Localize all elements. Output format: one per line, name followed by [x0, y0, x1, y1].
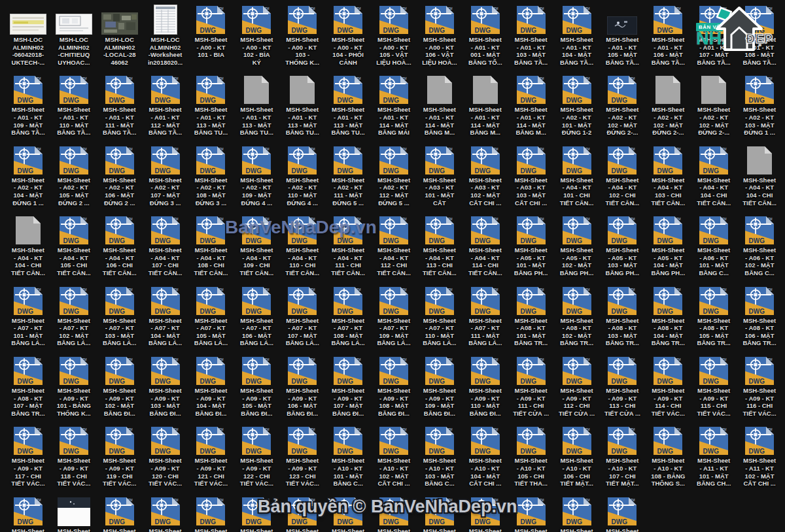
file-item[interactable]: DWG TM MSH-Sheet- A09 - KT115 - CHITIẾT … [691, 352, 737, 422]
file-item[interactable]: DWG TM MSH-Sheet- A04 - KT101 - CHITIẾT … [554, 142, 600, 212]
file-item[interactable]: DWG TM MSH-Sheet- A01 - KT110 - MẶTBẰNG … [51, 71, 97, 141]
file-item[interactable]: MSH-Sheet- A04 - KT104 - CHITIẾT CĂN... [5, 212, 51, 282]
file-item[interactable]: DWG TM MSH-Sheet- A04 - KT103 - CHITIẾT … [645, 142, 691, 212]
file-item[interactable]: DWG TM MSH-Sheet- A02 - KT102 - MẶTĐỨNG … [599, 71, 645, 141]
file-item[interactable]: DWG TM MSH-Sheet [554, 493, 600, 532]
file-item[interactable]: DWG TM MSH-Sheet- A08 - KT103 - MẶTBẰNG … [599, 282, 645, 352]
file-item[interactable]: DWG TM MSH-Sheet- A07 - KT104 - MẶTBẰNG … [143, 282, 188, 352]
file-item[interactable]: DWG TM MSH-Sheet- A02 - KT105 - MẶTĐỨNG … [51, 142, 97, 212]
file-item[interactable]: DWG TM MSH-Sheet- A10 - KT106 - CHITIẾT … [554, 422, 600, 492]
file-item[interactable]: DWG TM MSH-Sheet- A00 - KT101 - BIA [188, 1, 234, 71]
file-item[interactable]: DWG TM MSH-Sheet- A03 - KT103 - MẶTCẮT C… [508, 142, 554, 212]
file-item[interactable]: DWG TM MSH-Sheet- A09 - KT114 - CHITIẾT … [645, 352, 691, 422]
file-item[interactable]: MSH-Sheet- A01 - KT105 - MẶTBẰNG TẦ... [599, 1, 645, 71]
file-item[interactable]: DWG TM MSH-Sheet- A01 - KT106 - MẶTBẰNG … [645, 1, 691, 71]
file-item[interactable]: MSH-Sheet- A01 - KT114 - MẶTBẰNG M... [417, 71, 462, 141]
file-item[interactable]: MSH-Sheet- A02 - KT102 - MẶTĐỨNG 2-... [691, 71, 737, 141]
file-item[interactable]: DWG TM MSH-Sheet- A09 - KT113 - CHITIẾT … [599, 352, 645, 422]
file-item[interactable]: MSH-Sheet- A04 - KT104 - CHITIẾT CĂN... [737, 142, 782, 212]
file-item[interactable]: DWG TM MSH-Sheet- A08 - KT105 - MẶTBẰNG … [691, 282, 737, 352]
file-item[interactable]: DWG TM MSH-Sheet- A09 - KT103 - MẶTBẰNG … [143, 352, 188, 422]
file-item[interactable]: DWG TM MSH-Sheet- A02 - KT112 - MẶTĐỨNG … [371, 142, 417, 212]
file-item[interactable]: DWG TM MSH-Sheet- A02 - KT104 - MẶTĐỨNG … [5, 142, 51, 212]
file-item[interactable]: MSH-LOCALMINH02-06042018-UKTECH-... [5, 1, 51, 71]
file-item[interactable]: DWG TM MSH-Sheet- A04 - KT104 - CHITIẾT … [691, 142, 737, 212]
file-item[interactable]: DWG TM MSH-Sheet- A02 - KT111 - MẶTĐỨNG … [325, 142, 371, 212]
file-item[interactable]: DWG TM MSH-Sheet- A04 - KT112 - CHITIẾT … [371, 212, 417, 282]
file-item[interactable]: DWG TM MSH-Sheet- A09 - KT117 - CHITIẾT … [5, 422, 51, 492]
file-item[interactable]: DWG TM MSH-Sheet- A10 - KT105 - CHITIẾT … [508, 422, 554, 492]
file-item[interactable]: DWG TM MSH-Sheet- A07 - KT109 - MẶTBẰNG … [371, 282, 417, 352]
file-item[interactable]: MSH-Sheet- A01 - KT114 - MẶTBẰNG M... [462, 71, 508, 141]
file-item[interactable]: DWG TM MSH-Sheet- A03 - KT102 - MẶTCẮT C… [462, 142, 508, 212]
file-item[interactable]: DWG TM MSH-Sheet- A06 - KT101 - MẶTBẰNG … [691, 212, 737, 282]
file-item[interactable]: DWG TM MSH-Sheet- A09 - KT116 - CHITIẾT … [737, 352, 782, 422]
file-item[interactable]: DWG TM MSH-Sheet- A01 - KT112 - MẶTBẰNG … [143, 71, 188, 141]
file-item[interactable]: DWG TM MSH-Sheet- A09 - KT109 - MẶTBẰNG … [417, 352, 462, 422]
file-item[interactable]: DWG TM MSH-Sheet- A01 - KT104 - MẶTBẰNG … [554, 1, 600, 71]
file-item[interactable]: DWG TM MSH-Sheet- A09 - KT110 - MẶTBẰNG … [462, 352, 508, 422]
file-item[interactable]: DWG TM MSH-Sheet- A10 - KT104 - MẶTCẮT C… [462, 422, 508, 492]
file-item[interactable]: MSH-LOCALMINH02-LOCAL-2846062 [97, 1, 143, 71]
file-item[interactable]: DWG TM MSH-Sheet- A09 - KT106 - MẶTBẰNG … [279, 352, 325, 422]
file-item[interactable]: DWG TM MSH-Sheet- A04 - KT102 - CHITIẾT … [599, 142, 645, 212]
file-item[interactable]: DWG TM MSH-Sheet- A09 - KT119 - CHITIẾT … [97, 422, 143, 492]
file-item[interactable]: DWG TM MSH-Sheet- A11 - KT101 - MẶTBẰNG … [691, 422, 737, 492]
file-item[interactable]: DWG TM MSH-Sheet- A10 - KT103 - MẶTBẰNG … [417, 422, 462, 492]
file-item[interactable]: DWG TM MSH-Sheet- A09 - KT108 - MẶTBẰNG … [371, 352, 417, 422]
file-item[interactable]: DWG TM MSH-Sheet- A05 - KT104 - MẶTBẰNG … [645, 212, 691, 282]
file-item[interactable]: DWG TM MSH-Sheet- A06 - KT102 - MẶTBẰNG … [737, 212, 782, 282]
file-item[interactable]: DWG TM MSH-Sheet- A01 - KT113 - MẶTBẰNG … [325, 71, 371, 141]
file-item[interactable]: DWG TM MSH-Sheet- A02 - KT109 - MẶTĐỨNG … [234, 142, 279, 212]
file-item[interactable]: MSH-Sheet- A01 - KT113 - MẶTBẰNG TU... [279, 71, 325, 141]
file-item[interactable]: DWG TM MSH-Sheet- A02 - KT103 - MẶTĐỨNG … [737, 71, 782, 141]
file-item[interactable]: DWG TM MSH-Sheet- A09 - KT107 - MẶTBẰNG … [325, 352, 371, 422]
file-item[interactable]: DWG TM MSH-Sheet- A09 - KT123 - CHITIẾT … [279, 422, 325, 492]
file-item[interactable]: DWG TM MSH-Sheet- A10 - KT108 - BẢNGTHÔN… [645, 422, 691, 492]
file-item[interactable]: DWG TM MSH-Sheet- A02 - KT107 - MẶTĐỨNG … [143, 142, 188, 212]
file-item[interactable]: DWG TM MSH-Sheet- A01 - KT113 - MẶTBẰNG … [188, 71, 234, 141]
file-item[interactable]: DWG TM MSH-Sheet- A02 - KT110 - MẶTĐỨNG … [279, 142, 325, 212]
file-item[interactable]: DWG TM MSH-Sheet- A07 - KT106 - MẶTBẰNG … [234, 282, 279, 352]
file-item[interactable]: DWG TM MSH-Sheet- A07 - KT110 - MẶTBẰNG … [417, 282, 462, 352]
file-item[interactable]: DWG TM MSH-Sheet [599, 493, 645, 532]
file-item[interactable]: DWG TM MSH-Sheet- A00 - KT106 - VẬTLIỆU … [417, 1, 462, 71]
file-item[interactable]: DWG TM MSH-Sheet- A09 - KT111 - CHITIẾT … [508, 352, 554, 422]
file-item[interactable]: DWG TM MSH-Sheet [188, 493, 234, 532]
file-item[interactable]: DWG TM MSH-Sheet- A10 - KT102 - MẶTCẮT C… [371, 422, 417, 492]
file-item[interactable]: DWG TM MSH-Sheet- A03 - KT101 - MẶTCẮT [417, 142, 462, 212]
file-item[interactable]: DWG TM MSH-Sheet- A07 - KT101 - MẶTBẰNG … [5, 282, 51, 352]
file-item[interactable]: DWG TM MSH-Sheet- A01 - KT103 - MẶTBẰNG … [508, 1, 554, 71]
file-item[interactable]: DWG TM MSH-Sheet- A09 - KT104 - MẶTBẰNG … [188, 352, 234, 422]
file-item[interactable]: DWG TM MSH-Sheet- A10 - KT107 - CHITIẾT … [599, 422, 645, 492]
file-item[interactable]: DWG TM MSH-Sheet [97, 493, 143, 532]
file-item[interactable]: DWG TM MSH-Sheet- A04 - KT106 - CHITIẾT … [97, 212, 143, 282]
file-item[interactable]: DWG TM MSH-Sheet- A01 - KT111 - MẶTBẰNG … [97, 71, 143, 141]
file-item[interactable]: DWG TM MSH-Sheet- A02 - KT101 - MẶTĐỨNG … [554, 71, 600, 141]
file-item[interactable]: DWG TM MSH-Sheet- A11 - KT102 - MẶTCẮT C… [737, 422, 782, 492]
file-item[interactable]: MSH-Sheet- A02 - KT102 - MẶTĐỨNG 2-... [645, 71, 691, 141]
file-item[interactable]: DWG TM MSH-Sheet- A08 - KT104 - MẶTBẰNG … [645, 282, 691, 352]
file-item[interactable]: DWG TM MSH-Sheet- A09 - KT112 - CHITIẾT … [554, 352, 600, 422]
file-item[interactable]: DWG TM MSH-Sheet- A08 - KT106 - MẶTBẰNG … [737, 282, 782, 352]
file-item[interactable]: DWG TM MSH-Sheet- A07 - KT102 - MẶTBẰNG … [51, 282, 97, 352]
file-item[interactable]: DWG TM MSH-Sheet- A04 - KT114 - CHITIẾT … [462, 212, 508, 282]
file-item[interactable]: DWG TM MSH-Sheet- A05 - KT103 - MẶTBẰNG … [599, 212, 645, 282]
file-item[interactable]: DWG TM MSH-Sheet- A05 - KT101 - MẶTBẰNG … [508, 212, 554, 282]
file-item[interactable]: DWG TM MSH-Sheet- A09 - KT120 - CHITIẾT … [143, 422, 188, 492]
file-item[interactable]: DWG TM MSH-Sheet [5, 493, 51, 532]
file-item[interactable]: DWG TM MSH-Sheet- A02 - KT106 - MẶTĐỨNG … [97, 142, 143, 212]
file-item[interactable]: MSH-LOCALMINH02-CHITIEUQUYHOAC... [51, 1, 97, 71]
file-item[interactable]: DWG TM MSH-Sheet- A09 - KT121 - CHITIẾT … [188, 422, 234, 492]
file-item[interactable]: DWG TM MSH-Sheet- A08 - KT102 - MẶTBẰNG … [554, 282, 600, 352]
file-item[interactable]: DWG TM MSH-Sheet- A00 - KT102 - BÌAKÝ [234, 1, 279, 71]
file-item[interactable]: DWG TM MSH-Sheet- A01 - KT001 - MẶTBẰNG … [462, 1, 508, 71]
file-item[interactable]: DWG TM MSH-Sheet- A01 - KT114 - MẶTBẰNG … [371, 71, 417, 141]
file-item[interactable]: DWG TM MSH-Sheet- A04 - KT107 - CHITIẾT … [143, 212, 188, 282]
file-item[interactable]: DWG TM MSH-Sheet- A00 - KT103 -THỐNG K..… [279, 1, 325, 71]
file-item[interactable]: DWG TM MSH-Sheet- A07 - KT105 - MẶTBẰNG … [188, 282, 234, 352]
file-item[interactable]: DWG TM MSH-Sheet- A05 - KT102 - MẶTBẰNG … [554, 212, 600, 282]
file-item[interactable]: DWG TM MSH-Sheet- A00 - KT104 - PHỐICẢNH [325, 1, 371, 71]
file-item[interactable]: MSH-Sheet [51, 493, 97, 532]
file-item[interactable]: DWG TM MSH-Sheet- A09 - KT122 - CHITIẾT … [234, 422, 279, 492]
